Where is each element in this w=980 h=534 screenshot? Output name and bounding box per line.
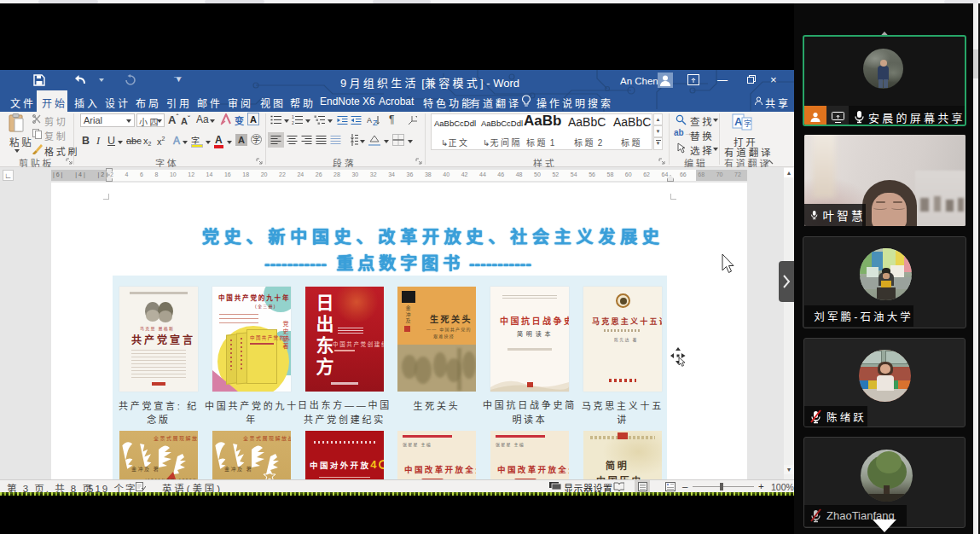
- svg-text:字: 字: [744, 119, 751, 128]
- svg-text:A: A: [367, 116, 372, 125]
- svg-text:1: 1: [292, 115, 294, 119]
- svg-text:2: 2: [292, 120, 294, 125]
